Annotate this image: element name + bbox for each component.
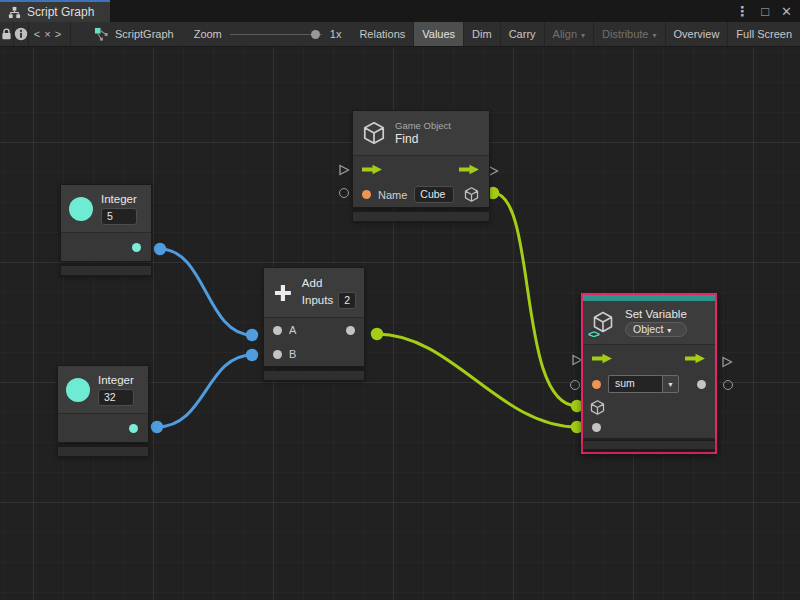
integer-output-port[interactable] — [132, 243, 141, 252]
node-footer — [583, 440, 715, 450]
graph-breadcrumb[interactable]: ScriptGraph — [84, 22, 184, 46]
integer-value-field[interactable]: 5 — [101, 208, 137, 225]
variable-code-icon: <> — [588, 328, 599, 340]
relations-button[interactable]: Relations — [351, 22, 414, 46]
graph-canvas[interactable]: Integer 5 Integer 32 — [0, 47, 800, 600]
variable-name-port[interactable] — [592, 380, 601, 389]
zoom-slider-handle[interactable] — [311, 30, 320, 39]
variable-name-dropdown[interactable]: sum ▼ — [608, 375, 679, 393]
connection-dot[interactable] — [246, 329, 258, 341]
lock-button[interactable] — [0, 22, 14, 46]
node-footer — [352, 211, 490, 222]
values-button[interactable]: Values — [414, 22, 464, 46]
gameobject-output-port[interactable] — [463, 186, 480, 203]
zoom-slider[interactable] — [230, 29, 322, 39]
port-label: B — [289, 348, 296, 360]
flow-input-port[interactable] — [338, 164, 350, 176]
node-title: Integer — [98, 374, 134, 386]
node-title: Integer — [101, 193, 137, 205]
graph-name: ScriptGraph — [115, 28, 174, 40]
code-preview-button[interactable]: <×> — [29, 22, 71, 46]
flow-in-arrow-icon[interactable] — [362, 164, 383, 175]
window-menu-icon[interactable]: ⋮ — [735, 4, 749, 18]
chevron-down-icon: ▼ — [667, 381, 674, 388]
wire-integer32-to-add-b[interactable] — [157, 355, 252, 427]
flow-out-arrow-icon[interactable] — [685, 353, 706, 364]
inputs-label: Inputs — [302, 294, 333, 306]
flow-out-arrow-icon[interactable] — [459, 164, 480, 175]
align-button: Align ▾ — [545, 22, 594, 46]
node-integer-32[interactable]: Integer 32 — [57, 365, 149, 457]
inspect-button[interactable] — [14, 22, 29, 46]
window-controls: ⋮ □ ✕ — [735, 0, 792, 22]
chevron-down-icon: ▾ — [653, 31, 657, 40]
node-add[interactable]: Add Inputs 2 A B — [263, 267, 365, 381]
name-input-port[interactable] — [362, 190, 371, 199]
tab-script-graph[interactable]: Script Graph — [0, 0, 110, 22]
chevron-down-icon: ▾ — [581, 31, 585, 40]
node-title: Set Variable — [625, 308, 687, 320]
node-footer — [263, 370, 365, 381]
add-input-a-port[interactable] — [273, 326, 282, 335]
flow-output-port[interactable] — [721, 356, 733, 368]
dim-button[interactable]: Dim — [464, 22, 501, 46]
add-input-b-port[interactable] — [273, 350, 282, 359]
tab-title: Script Graph — [27, 5, 94, 19]
overview-button[interactable]: Overview — [666, 22, 729, 46]
graph-icon — [8, 6, 21, 19]
distribute-button: Distribute ▾ — [594, 22, 665, 46]
info-icon — [14, 27, 28, 41]
value-input-port[interactable] — [570, 380, 580, 390]
lock-icon — [0, 27, 13, 41]
zoom-slider-track[interactable] — [230, 34, 322, 36]
node-gameobject-find[interactable]: Game Object Find Name Cube — [352, 110, 490, 222]
flow-in-arrow-icon[interactable] — [592, 353, 613, 364]
wire-find-to-setvariable-object[interactable] — [493, 193, 577, 406]
node-integer-5[interactable]: Integer 5 — [60, 184, 152, 276]
connection-dot[interactable] — [151, 421, 163, 433]
integer-type-icon — [66, 378, 90, 402]
value-output-port[interactable] — [697, 380, 706, 389]
add-icon — [272, 280, 294, 306]
chevron-down-icon: ▾ — [667, 326, 671, 335]
node-footer — [60, 265, 152, 276]
window-titlebar: Script Graph ⋮ □ ✕ — [0, 0, 800, 22]
value-output-port[interactable] — [723, 380, 733, 390]
close-icon[interactable]: ✕ — [781, 5, 792, 18]
node-footer — [57, 446, 149, 457]
gameobject-cube-icon — [361, 120, 387, 146]
add-output-port[interactable] — [346, 326, 355, 335]
connection-dot[interactable] — [246, 349, 258, 361]
integer-output-port[interactable] — [129, 424, 138, 433]
node-set-variable[interactable]: <> Set Variable Object ▾ sum ▼ — [581, 293, 717, 454]
integer-type-icon — [69, 197, 93, 221]
maximize-icon[interactable]: □ — [761, 5, 769, 18]
value-input-port[interactable] — [592, 423, 601, 432]
name-value-field[interactable]: Cube — [414, 186, 454, 203]
variable-scope-dropdown[interactable]: Object ▾ — [625, 322, 687, 337]
port-label: A — [289, 324, 296, 336]
node-category: Game Object — [395, 120, 451, 131]
connection-dot[interactable] — [371, 328, 383, 340]
dropdown-caret-button[interactable]: ▼ — [662, 375, 679, 393]
code-view-icon: <×> — [34, 28, 65, 40]
integer-value-field[interactable]: 32 — [98, 389, 134, 406]
gameobject-input-port[interactable] — [589, 399, 606, 416]
inputs-count-field[interactable]: 2 — [338, 292, 356, 309]
node-title: Add — [302, 277, 356, 289]
zoom-label: Zoom — [194, 28, 222, 40]
carry-button[interactable]: Carry — [501, 22, 545, 46]
wire-integer5-to-add-a[interactable] — [160, 249, 252, 335]
connection-dot[interactable] — [154, 243, 166, 255]
node-title: Find — [395, 132, 451, 146]
value-input-port[interactable] — [339, 188, 349, 198]
graph-toolbar: <×> ScriptGraph Zoom 1x Relations Values… — [0, 22, 800, 47]
fullscreen-button[interactable]: Full Screen — [728, 22, 800, 46]
param-label: Name — [378, 189, 407, 201]
script-graph-icon — [94, 27, 109, 42]
zoom-value: 1x — [330, 28, 342, 40]
